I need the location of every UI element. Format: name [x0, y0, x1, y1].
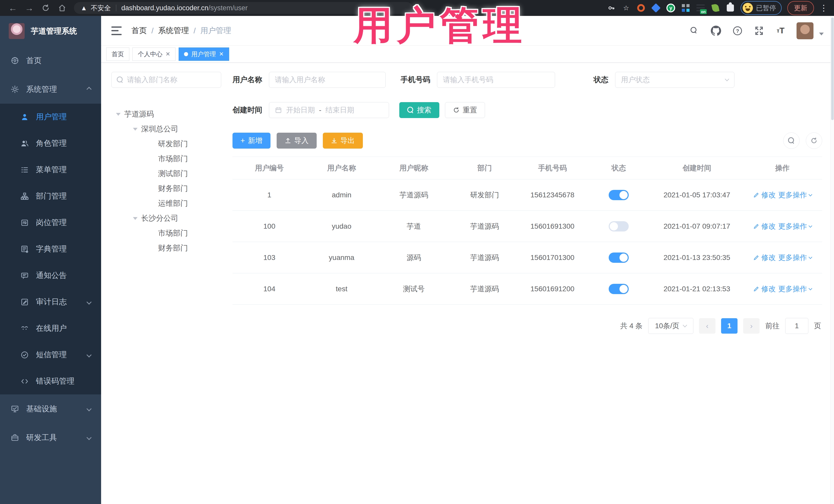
status-toggle[interactable]: [609, 190, 629, 200]
sidebar-item-用户管理[interactable]: 用户管理: [0, 104, 101, 130]
bookmark-star-icon[interactable]: ☆: [621, 3, 631, 13]
table-row: 103 yuanma 源码 芋道源码 15601701300 2021-01-1…: [233, 242, 822, 273]
sidebar-item-部门管理[interactable]: 部门管理: [0, 183, 101, 210]
edit-action[interactable]: 修改: [753, 221, 776, 231]
status-toggle[interactable]: [609, 221, 629, 232]
page-size-select[interactable]: 10条/页: [648, 318, 694, 334]
extension-puzzle-icon[interactable]: [726, 3, 735, 13]
more-actions[interactable]: 更多操作: [778, 190, 812, 200]
sidebar-item-系统管理[interactable]: 系统管理: [0, 75, 101, 104]
extension-leaf-icon[interactable]: [711, 3, 720, 13]
more-actions[interactable]: 更多操作: [778, 253, 812, 263]
sidebar-item-字典管理[interactable]: 字典管理: [0, 236, 101, 262]
dev-tools-icon: [10, 433, 19, 442]
extension-green-icon[interactable]: y: [666, 3, 675, 13]
extension-on-icon[interactable]: on: [696, 3, 705, 13]
show-search-button[interactable]: [783, 132, 799, 149]
edit-action[interactable]: 修改: [753, 190, 776, 200]
sidebar-item-角色管理[interactable]: 角色管理: [0, 130, 101, 156]
header-search-icon[interactable]: [689, 25, 700, 37]
key-icon[interactable]: [607, 3, 616, 13]
refresh-table-button[interactable]: [806, 132, 822, 149]
security-warning-icon[interactable]: ▲: [81, 4, 87, 12]
user-avatar[interactable]: [796, 22, 813, 39]
tree-node-深圳总公司[interactable]: 深圳总公司: [111, 122, 221, 136]
sidebar-item-基础设施[interactable]: 基础设施: [0, 394, 101, 423]
sidebar-item-研发工具[interactable]: 研发工具: [0, 423, 101, 452]
more-actions[interactable]: 更多操作: [778, 221, 812, 231]
sidebar-item-在线用户[interactable]: 在线用户: [0, 315, 101, 342]
app-logo[interactable]: 芋道管理系统: [0, 16, 101, 46]
tab-首页[interactable]: 首页: [106, 47, 129, 61]
sidebar-item-错误码管理[interactable]: 错误码管理: [0, 368, 101, 394]
caret-down-icon[interactable]: [133, 217, 137, 220]
page-scrollbar[interactable]: [830, 16, 834, 504]
caret-down-icon[interactable]: [116, 113, 120, 116]
edit-action[interactable]: 修改: [753, 253, 776, 263]
extension-orange-icon[interactable]: [636, 3, 646, 13]
breadcrumb-home[interactable]: 首页: [131, 25, 147, 36]
browser-home-icon[interactable]: [55, 2, 69, 14]
sidebar-item-首页[interactable]: 首页: [0, 46, 101, 75]
page-number-1[interactable]: 1: [721, 318, 738, 334]
edit-action[interactable]: 修改: [753, 284, 776, 294]
sidebar-item-短信管理[interactable]: 短信管理: [0, 342, 101, 368]
scrollbar-thumb[interactable]: [831, 18, 834, 120]
reset-button[interactable]: 重置: [445, 102, 485, 118]
dept-search-input[interactable]: [127, 76, 220, 84]
table-row: 104 test 测试号 芋道源码 15601691200 2021-01-21…: [233, 273, 822, 305]
browser-back-icon[interactable]: ←: [6, 2, 20, 14]
search-button[interactable]: 搜索: [399, 102, 439, 118]
github-icon[interactable]: [710, 25, 722, 37]
export-button[interactable]: 导出: [323, 133, 363, 149]
tab-用户管理[interactable]: 用户管理✕: [179, 47, 229, 61]
close-icon[interactable]: ✕: [166, 51, 170, 58]
extension-grid-icon[interactable]: [681, 3, 690, 13]
goto-page-input[interactable]: [785, 318, 808, 334]
tree-node-市场部门[interactable]: 市场部门: [111, 151, 221, 166]
date-range-picker[interactable]: 开始日期 - 结束日期: [269, 102, 389, 118]
tree-node-财务部门[interactable]: 财务部门: [111, 241, 221, 256]
tree-node-市场部门[interactable]: 市场部门: [111, 226, 221, 241]
prev-page-button[interactable]: ‹: [699, 318, 716, 334]
browser-update-button[interactable]: 更新: [787, 1, 814, 15]
logo-image: [9, 23, 25, 39]
sidebar-item-菜单管理[interactable]: 菜单管理: [0, 156, 101, 183]
status-toggle[interactable]: [609, 284, 629, 294]
mobile-input[interactable]: [443, 76, 549, 84]
add-button[interactable]: + 新增: [233, 133, 270, 149]
tree-node-研发部门[interactable]: 研发部门: [111, 136, 221, 151]
browser-profile[interactable]: 已暂停: [741, 1, 782, 15]
tree-node-财务部门[interactable]: 财务部门: [111, 181, 221, 196]
tab-个人中心[interactable]: 个人中心✕: [132, 47, 176, 61]
font-size-icon[interactable]: тT: [775, 25, 786, 37]
close-icon[interactable]: ✕: [219, 51, 223, 58]
tree-node-长沙分公司[interactable]: 长沙分公司: [111, 211, 221, 226]
more-actions[interactable]: 更多操作: [778, 284, 812, 294]
address-bar[interactable]: ▲ 不安全 dashboard.yudao.iocoder.cn/system/…: [74, 2, 413, 14]
column-header-用户昵称: 用户昵称: [377, 163, 451, 173]
infrastructure-icon: [10, 404, 19, 413]
help-icon[interactable]: ?: [732, 25, 743, 37]
avatar-caret-icon[interactable]: [819, 32, 824, 36]
url-text[interactable]: dashboard.yudao.iocoder.cn/system/user: [122, 4, 248, 12]
collapse-sidebar-icon[interactable]: [111, 26, 122, 35]
caret-down-icon[interactable]: [133, 128, 137, 131]
next-page-button[interactable]: ›: [743, 318, 760, 334]
browser-forward-icon[interactable]: →: [22, 2, 37, 14]
sidebar-item-审计日志[interactable]: 审计日志: [0, 289, 101, 315]
status-select[interactable]: 用户状态: [615, 72, 734, 88]
fullscreen-icon[interactable]: [753, 25, 765, 37]
username-input[interactable]: [275, 76, 380, 84]
extension-gem-icon[interactable]: [651, 3, 660, 13]
browser-reload-icon[interactable]: [39, 2, 53, 14]
status-toggle[interactable]: [609, 253, 629, 263]
tree-node-芋道源码[interactable]: 芋道源码: [111, 107, 221, 122]
breadcrumb-system[interactable]: 系统管理: [158, 25, 189, 36]
import-button[interactable]: 导入: [277, 133, 317, 149]
tree-node-测试部门[interactable]: 测试部门: [111, 166, 221, 181]
sidebar-item-通知公告[interactable]: 通知公告: [0, 262, 101, 289]
sidebar-item-岗位管理[interactable]: 岗位管理: [0, 210, 101, 236]
browser-menu-icon[interactable]: ⋮: [820, 3, 828, 13]
tree-node-运维部门[interactable]: 运维部门: [111, 196, 221, 211]
